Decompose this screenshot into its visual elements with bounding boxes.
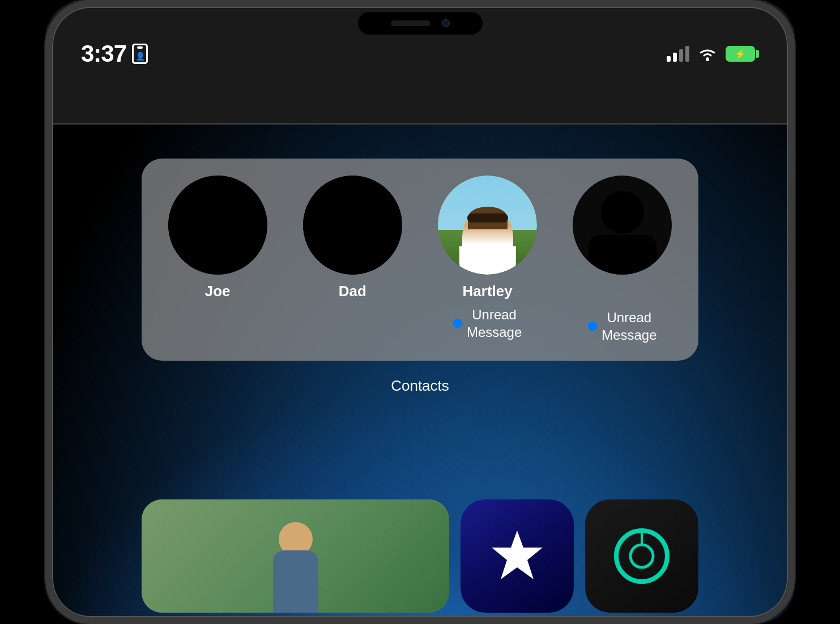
unread-dot-hartley — [453, 319, 462, 328]
contact-joe-avatar — [168, 176, 267, 275]
unread-dot-unknown — [588, 322, 597, 331]
contacts-label: Contacts — [391, 377, 449, 395]
dynamic-island — [358, 12, 483, 35]
contact-dad[interactable]: Dad — [288, 176, 417, 304]
contact-dad-name: Dad — [339, 283, 366, 300]
dark-app-icon-graphic — [608, 522, 676, 590]
dark-app-icon[interactable] — [585, 499, 698, 613]
svg-point-1 — [601, 191, 644, 234]
unread-label-hartley: UnreadMessage — [467, 306, 522, 341]
battery-tip — [756, 50, 759, 58]
contact-unknown[interactable]: UnreadMessage — [558, 176, 687, 344]
contacts-grid: Joe Dad — [153, 176, 687, 344]
imovie-app-icon[interactable] — [460, 499, 574, 613]
contact-dad-avatar — [303, 176, 402, 275]
signal-bar-3 — [679, 49, 683, 62]
screen-record-icon: 👤 — [132, 44, 148, 64]
unread-label-unknown: UnreadMessage — [602, 309, 656, 344]
signal-bar-1 — [667, 56, 671, 62]
contacts-widget[interactable]: Joe Dad — [142, 159, 698, 361]
svg-point-0 — [706, 58, 709, 61]
status-bar: 3:37 👤 — [81, 40, 759, 67]
contact-hartley[interactable]: Hartley UnreadMessage — [423, 176, 552, 341]
front-camera — [442, 19, 450, 27]
status-right: ⚡ — [667, 46, 759, 62]
svg-rect-2 — [589, 235, 656, 275]
bottom-contact-widget[interactable] — [142, 499, 449, 613]
contact-hartley-avatar — [438, 176, 537, 275]
battery-indicator: ⚡ — [726, 46, 759, 62]
svg-point-5 — [630, 545, 653, 567]
battery-body: ⚡ — [726, 46, 755, 62]
time-display: 3:37 — [81, 40, 126, 67]
signal-bars-icon — [667, 46, 689, 62]
signal-bar-2 — [673, 53, 677, 62]
wifi-icon — [697, 46, 718, 62]
contact-unknown-unread: UnreadMessage — [588, 309, 656, 344]
svg-marker-3 — [492, 531, 543, 579]
contact-hartley-name: Hartley — [463, 283, 513, 300]
battery-bolt-icon: ⚡ — [727, 47, 754, 61]
contact-unknown-avatar — [573, 176, 672, 275]
imovie-star-icon — [489, 528, 545, 584]
contact-hartley-unread: UnreadMessage — [453, 306, 522, 341]
top-bezel: 3:37 👤 — [45, 0, 795, 125]
speaker-grill — [391, 20, 430, 26]
screen-area: 3:37 👤 — [45, 0, 795, 624]
signal-bar-4 — [685, 46, 689, 62]
status-time: 3:37 👤 — [81, 40, 148, 67]
bottom-apps-row — [142, 499, 698, 613]
person-silhouette-icon — [583, 187, 662, 275]
contact-joe[interactable]: Joe — [153, 176, 282, 304]
contact-joe-name: Joe — [205, 283, 231, 300]
